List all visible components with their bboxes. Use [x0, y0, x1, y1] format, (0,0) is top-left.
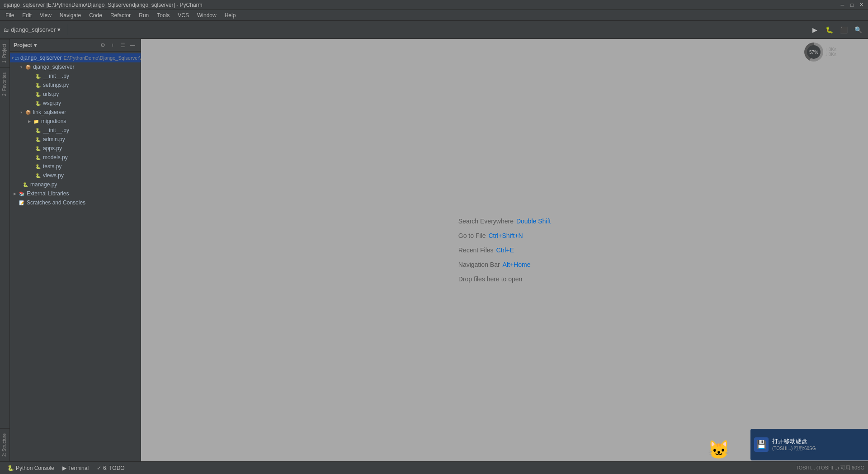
- tree-item-django-pkg[interactable]: ▾ 📦 django_sqlserver: [10, 62, 141, 71]
- net-up-arrow: ↑: [825, 47, 827, 52]
- tree-item-init-1[interactable]: 🐍 __init__.py: [10, 71, 141, 81]
- menu-item-view[interactable]: View: [36, 11, 55, 19]
- menu-item-code[interactable]: Code: [85, 11, 106, 19]
- net-up-stat: ↑ 0Ks: [825, 47, 836, 52]
- menu-item-refactor[interactable]: Refactor: [107, 11, 134, 19]
- django-pkg-icon: 📦: [24, 63, 32, 71]
- tree-path-root: E:\PythonDemo\Django_Sqlserver\: [63, 55, 141, 61]
- urls-py-icon: 🐍: [34, 90, 42, 98]
- bottom-tab-terminal[interactable]: ▶ Terminal: [59, 464, 92, 473]
- cat-image: 🐱: [708, 439, 730, 460]
- tree-item-init-2[interactable]: 🐍 __init__.py: [10, 126, 141, 135]
- file-tree: ▾ 🗂 django_sqlserver E:\PythonDemo\Djang…: [10, 52, 141, 461]
- left-edge-favorites-tab[interactable]: 2: Favorites: [0, 67, 9, 100]
- menu-item-file[interactable]: File: [2, 11, 18, 19]
- tree-label-apps: apps.py: [43, 145, 62, 152]
- manage-py-icon: 🐍: [22, 181, 29, 188]
- tree-label-init-2: __init__.py: [43, 127, 69, 133]
- content-area: 57% ↑ 0Ks ↓ 0Ks Search Everywhere Double…: [141, 39, 868, 461]
- menu-item-help[interactable]: Help: [221, 11, 240, 19]
- left-edge-structure-tab[interactable]: 2: Structure: [0, 428, 9, 461]
- tree-item-link-pkg[interactable]: ▾ 📦 link_sqlserver: [10, 108, 141, 117]
- tree-label-external-libs: External Libraries: [27, 190, 69, 197]
- todo-icon: ✓: [97, 465, 101, 471]
- tree-item-migrations[interactable]: ▶ 📁 migrations: [10, 117, 141, 126]
- menu-item-tools[interactable]: Tools: [153, 11, 173, 19]
- cpu-widget[interactable]: 57% ↑ 0Ks ↓ 0Ks: [804, 43, 836, 62]
- left-edge-project-tab[interactable]: 1: Project: [0, 39, 9, 67]
- run-button[interactable]: ▶: [808, 24, 821, 36]
- tree-item-apps[interactable]: 🐍 apps.py: [10, 144, 141, 153]
- maximize-button[interactable]: □: [849, 2, 855, 8]
- tree-item-root[interactable]: ▾ 🗂 django_sqlserver E:\PythonDemo\Djang…: [10, 53, 141, 62]
- sidebar: Project ▾ ⚙ + ☰ — ▾ 🗂 django_sqlserver E…: [10, 39, 141, 461]
- notification-title: 打开移动硬盘: [772, 437, 816, 446]
- link-pkg-icon: 📦: [24, 109, 32, 116]
- tree-item-external-libs[interactable]: ▶ 📚 External Libraries: [10, 189, 141, 198]
- tree-item-wsgi[interactable]: 🐍 wsgi.py: [10, 99, 141, 108]
- tree-item-admin[interactable]: 🐍 admin.py: [10, 135, 141, 144]
- left-edge-panels: 1: Project 2: Favorites 2: Structure: [0, 39, 10, 461]
- net-up-value: 0Ks: [829, 47, 836, 52]
- search-everywhere-button[interactable]: 🔍: [852, 24, 864, 36]
- tree-item-views[interactable]: 🐍 views.py: [10, 171, 141, 180]
- sidebar-settings-button[interactable]: ☰: [118, 41, 127, 50]
- menu-item-navigate[interactable]: Navigate: [56, 11, 85, 19]
- tree-arrow-root: ▾: [11, 56, 14, 60]
- tree-item-scratches[interactable]: 📝 Scratches and Consoles: [10, 198, 141, 207]
- bottom-tab-todo[interactable]: ✓ 6: TODO: [93, 464, 128, 473]
- menu-item-window[interactable]: Window: [193, 11, 220, 19]
- tree-label-views: views.py: [43, 172, 64, 179]
- cat-widget: 🐱: [692, 424, 746, 460]
- views-py-icon: 🐍: [34, 172, 42, 179]
- project-selector[interactable]: 🗂 django_sqlserver ▾: [4, 26, 61, 33]
- hint-key-goto: Ctrl+Shift+N: [488, 232, 523, 239]
- tree-item-settings[interactable]: 🐍 settings.py: [10, 81, 141, 90]
- scratches-icon: 📝: [18, 199, 25, 206]
- tree-arrow-external-libs: ▶: [12, 192, 18, 196]
- sidebar-header-actions: ⚙ + ☰ —: [98, 41, 137, 50]
- bottom-bar: 🐍 Python Console ▶ Terminal ✓ 6: TODO TO…: [0, 461, 868, 474]
- tree-item-manage[interactable]: 🐍 manage.py: [10, 180, 141, 189]
- stop-button[interactable]: ⬛: [837, 24, 850, 36]
- hint-recent-files: Recent Files Ctrl+E: [458, 246, 514, 254]
- terminal-icon: ▶: [62, 465, 66, 471]
- main-layout: 1: Project 2: Favorites 2: Structure Pro…: [0, 39, 868, 461]
- title-bar: django_sqlserver [E:\PythonDemo\Django_S…: [0, 0, 868, 10]
- tree-label-wsgi: wsgi.py: [43, 100, 61, 106]
- sidebar-collapse-button[interactable]: —: [128, 41, 137, 50]
- bottom-tab-python-console[interactable]: 🐍 Python Console: [4, 464, 58, 473]
- tree-arrow-django-pkg: ▾: [18, 65, 24, 69]
- toolbar-right-actions: ▶ 🐛 ⬛ 🔍: [808, 24, 864, 36]
- menu-item-edit[interactable]: Edit: [19, 11, 35, 19]
- menu-item-run[interactable]: Run: [135, 11, 152, 19]
- tree-arrow-link-pkg: ▾: [18, 110, 24, 114]
- system-notification[interactable]: 💾 打开移动硬盘 (TOSHI...) 可用:60SG: [750, 429, 868, 460]
- tree-item-urls[interactable]: 🐍 urls.py: [10, 90, 141, 99]
- python-console-icon: 🐍: [7, 465, 14, 471]
- tree-item-tests[interactable]: 🐍 tests.py: [10, 162, 141, 171]
- menu-item-vcs[interactable]: VCS: [174, 11, 193, 19]
- debug-button[interactable]: 🐛: [823, 24, 835, 36]
- bottom-status-right: TOSHI... (TOSHI...) 可用:60SG: [796, 465, 864, 471]
- sidebar-dropdown-arrow[interactable]: ▾: [34, 42, 37, 48]
- net-stats: ↑ 0Ks ↓ 0Ks: [825, 47, 836, 57]
- project-label: Project: [14, 42, 32, 48]
- notification-icon: 💾: [754, 437, 769, 452]
- window-title: django_sqlserver [E:\PythonDemo\Django_S…: [4, 2, 203, 8]
- admin-py-icon: 🐍: [34, 136, 42, 143]
- disk-info: TOSHI... (TOSHI...) 可用:60SG: [796, 465, 864, 471]
- sidebar-sync-button[interactable]: ⚙: [98, 41, 107, 50]
- hint-label-nav: Navigation Bar: [458, 261, 500, 268]
- tree-item-models[interactable]: 🐍 models.py: [10, 153, 141, 162]
- wsgi-py-icon: 🐍: [34, 100, 42, 107]
- minimize-button[interactable]: ─: [840, 2, 845, 8]
- project-root-icon: 🗂: [14, 54, 19, 62]
- close-button[interactable]: ✕: [859, 2, 864, 8]
- tree-label-init-1: __init__.py: [43, 73, 69, 79]
- hint-search-everywhere: Search Everywhere Double Shift: [458, 218, 551, 225]
- project-name-label: django_sqlserver: [11, 26, 56, 33]
- apps-py-icon: 🐍: [34, 145, 42, 152]
- tree-label-settings: settings.py: [43, 82, 69, 88]
- sidebar-add-button[interactable]: +: [108, 41, 117, 50]
